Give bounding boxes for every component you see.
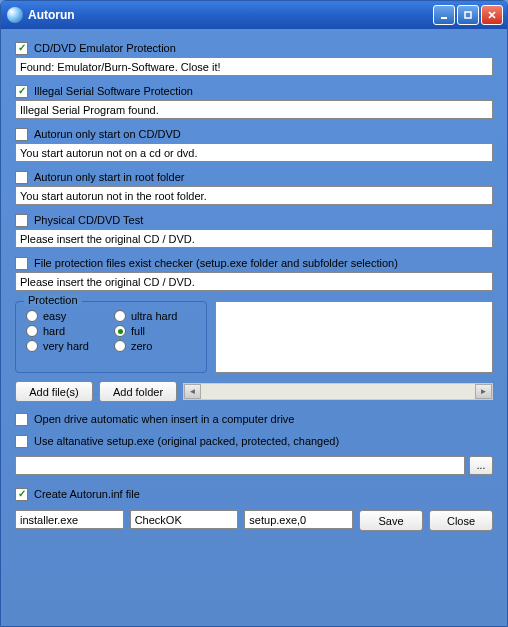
save-button[interactable]: Save: [359, 510, 423, 531]
minimize-button[interactable]: [433, 5, 455, 25]
window-title: Autorun: [28, 8, 75, 22]
close-button[interactable]: Close: [429, 510, 493, 531]
maximize-button[interactable]: [457, 5, 479, 25]
physical-checkbox[interactable]: [15, 214, 28, 227]
add-files-button[interactable]: Add file(s): [15, 381, 93, 402]
add-folder-button[interactable]: Add folder: [99, 381, 177, 402]
serial-message-input[interactable]: [15, 100, 493, 119]
horizontal-scrollbar[interactable]: ◄ ►: [183, 383, 493, 400]
radio-zero[interactable]: zero: [114, 340, 196, 352]
radio-ultra-hard[interactable]: ultra hard: [114, 310, 196, 322]
alt-setup-path-input[interactable]: [15, 456, 465, 475]
alt-setup-checkbox[interactable]: [15, 435, 28, 448]
emulator-label: CD/DVD Emulator Protection: [34, 42, 176, 54]
titlebar[interactable]: Autorun: [1, 1, 507, 29]
root-only-label: Autorun only start in root folder: [34, 171, 184, 183]
radio-very-hard[interactable]: very hard: [26, 340, 108, 352]
root-only-checkbox[interactable]: [15, 171, 28, 184]
content-area: CD/DVD Emulator Protection Illegal Seria…: [1, 29, 507, 626]
emulator-checkbox[interactable]: [15, 42, 28, 55]
serial-label: Illegal Serial Software Protection: [34, 85, 193, 97]
radio-full[interactable]: full: [114, 325, 196, 337]
fileprot-checkbox[interactable]: [15, 257, 28, 270]
alt-setup-label: Use altanative setup.exe (original packe…: [34, 435, 339, 447]
emulator-message-input[interactable]: [15, 57, 493, 76]
browse-button[interactable]: ...: [469, 456, 493, 475]
autorun-inf-label: Create Autorun.inf file: [34, 488, 140, 500]
file-listbox[interactable]: [215, 301, 493, 373]
autorun-inf-checkbox[interactable]: [15, 488, 28, 501]
root-only-message-input[interactable]: [15, 186, 493, 205]
cddvd-only-label: Autorun only start on CD/DVD: [34, 128, 181, 140]
installer-input[interactable]: [15, 510, 124, 529]
protection-legend: Protection: [24, 294, 82, 306]
setup-input[interactable]: [244, 510, 353, 529]
autorun-window: Autorun CD/DVD Emulator Protection Illeg…: [0, 0, 508, 627]
open-drive-label: Open drive automatic when insert in a co…: [34, 413, 294, 425]
fileprot-message-input[interactable]: [15, 272, 493, 291]
checkok-input[interactable]: [130, 510, 239, 529]
app-icon: [7, 7, 23, 23]
physical-message-input[interactable]: [15, 229, 493, 248]
svg-rect-0: [441, 17, 447, 19]
physical-label: Physical CD/DVD Test: [34, 214, 143, 226]
open-drive-checkbox[interactable]: [15, 413, 28, 426]
scroll-right-icon[interactable]: ►: [475, 384, 492, 399]
close-window-button[interactable]: [481, 5, 503, 25]
scroll-left-icon[interactable]: ◄: [184, 384, 201, 399]
fileprot-label: File protection files exist checker (set…: [34, 257, 398, 269]
svg-rect-1: [465, 12, 471, 18]
serial-checkbox[interactable]: [15, 85, 28, 98]
radio-easy[interactable]: easy: [26, 310, 108, 322]
protection-group: Protection easy ultra hard hard full ver…: [15, 301, 207, 373]
radio-hard[interactable]: hard: [26, 325, 108, 337]
cddvd-only-message-input[interactable]: [15, 143, 493, 162]
cddvd-only-checkbox[interactable]: [15, 128, 28, 141]
